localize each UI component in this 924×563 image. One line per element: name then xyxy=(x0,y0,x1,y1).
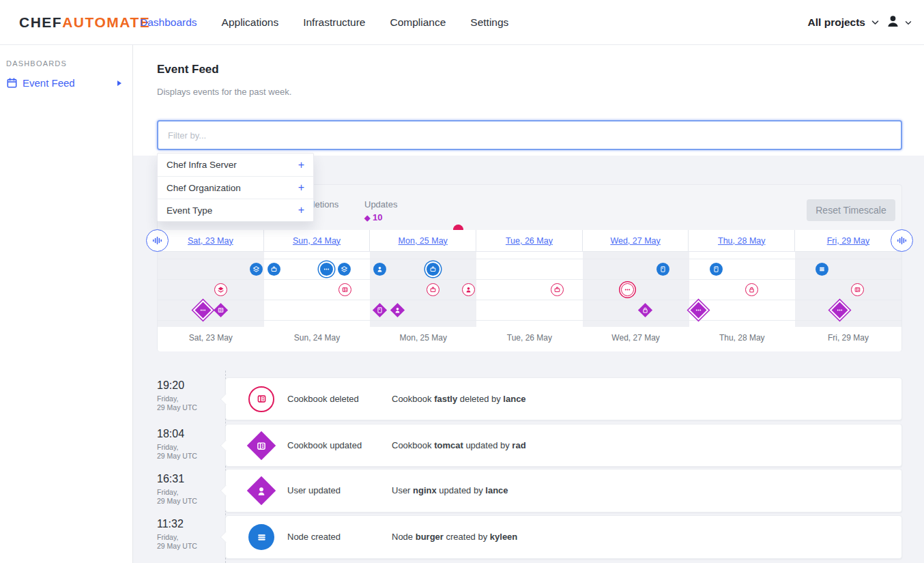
list-marker-creation[interactable] xyxy=(815,263,828,276)
ellipsis-marker-creation[interactable] xyxy=(320,263,333,276)
event-type-label: User updated xyxy=(287,485,341,495)
person-marker-deletion[interactable] xyxy=(462,283,475,296)
event-card-user-updated: User updated User nginx updated by lance xyxy=(225,469,902,513)
gridline xyxy=(158,300,901,300)
primary-nav: Dashboards Applications Infrastructure C… xyxy=(140,0,508,45)
event-description: Cookbook tomcat updated by rad xyxy=(392,440,526,450)
briefcase-marker-creation[interactable] xyxy=(268,263,280,276)
plus-icon[interactable]: + xyxy=(298,159,304,171)
timeline-axis-label: Sat, 23 May xyxy=(158,327,264,351)
nav-compliance[interactable]: Compliance xyxy=(390,16,446,29)
person-marker-creation[interactable] xyxy=(373,263,386,276)
dropdown-item-chef-organization[interactable]: Chef Organization + xyxy=(158,176,313,199)
updates-count: 10 xyxy=(373,212,382,222)
sidebar-heading: DASHBOARDS xyxy=(6,59,67,68)
timeline-axis-label: Fri, 29 May xyxy=(795,327,901,351)
dropdown-item-event-type[interactable]: Event Type + xyxy=(158,199,313,221)
projects-filter-label: All projects xyxy=(808,16,865,29)
event-description: User nginx updated by lance xyxy=(392,485,508,495)
briefcase-marker-creation[interactable] xyxy=(427,263,439,276)
chevron-down-icon xyxy=(905,20,912,25)
sidebar: DASHBOARDS Event Feed xyxy=(0,45,133,563)
timeline-day-link[interactable]: Sat, 23 May xyxy=(188,236,233,246)
gridline xyxy=(158,279,901,280)
cookbook-icon xyxy=(247,431,276,459)
timeline-day-column xyxy=(264,252,371,327)
node-marker-creation[interactable] xyxy=(710,263,723,276)
equalizer-icon xyxy=(152,235,162,246)
user-avatar-icon xyxy=(886,14,900,31)
cookbook-icon xyxy=(248,386,274,412)
logo-automate: AUTOMATE xyxy=(62,14,150,30)
timeline-day-link[interactable]: Wed, 27 May xyxy=(610,236,660,246)
diamond-marker-icon: ◆ xyxy=(364,214,370,222)
event-card-cookbook-deleted: Cookbook deleted Cookbook fastly deleted… xyxy=(225,377,902,420)
briefcase-marker-deletion[interactable] xyxy=(427,283,439,296)
node-list-icon xyxy=(248,524,274,550)
layers-marker-creation[interactable] xyxy=(338,263,351,276)
event-timestamp: 19:20 Friday,29 May UTC xyxy=(157,379,222,412)
user-menu[interactable] xyxy=(886,14,912,31)
timeline-header-cell: Tue, 26 May xyxy=(476,230,583,251)
cookbook-marker-deletion[interactable] xyxy=(851,283,864,296)
event-type-label: Cookbook deleted xyxy=(287,394,359,404)
node-marker-creation[interactable] xyxy=(656,263,669,276)
equalizer-icon xyxy=(897,235,907,246)
cookbook-marker-deletion[interactable] xyxy=(338,283,351,296)
event-timestamp: 18:04 Friday,29 May UTC xyxy=(157,428,222,461)
chevron-right-icon xyxy=(117,81,121,86)
event-feed-page: CHEFAUTOMATE Dashboards Applications Inf… xyxy=(0,0,924,563)
timeline-day-link[interactable]: Mon, 25 May xyxy=(399,236,448,246)
event-description: Cookbook fastly deleted by lance xyxy=(392,394,526,404)
timeline-axis-label: Tue, 26 May xyxy=(476,327,583,351)
timeline-axis-label: Thu, 28 May xyxy=(689,327,795,351)
timeline-axis-label: Mon, 25 May xyxy=(370,327,476,351)
timeline-header-cell: Fri, 29 May xyxy=(795,230,901,251)
timeline-day-link[interactable]: Fri, 29 May xyxy=(827,236,870,246)
briefcase-marker-deletion[interactable] xyxy=(551,283,564,296)
nav-dashboards[interactable]: Dashboards xyxy=(140,16,197,29)
timeline-day-link[interactable]: Tue, 26 May xyxy=(506,236,553,246)
reset-timescale-button[interactable]: Reset Timescale xyxy=(807,199,895,221)
nav-settings[interactable]: Settings xyxy=(470,16,508,29)
timeline-day-link[interactable]: Sun, 24 May xyxy=(293,236,341,246)
event-type-label: Node created xyxy=(287,532,341,542)
event-card-node-created: Node created Node burger created by kyle… xyxy=(225,515,902,559)
legend-updates: Updates ◆ 10 xyxy=(364,199,397,222)
layers-marker-creation[interactable] xyxy=(250,263,263,276)
timeline-day-column xyxy=(689,252,796,327)
timeline-day-column xyxy=(583,252,689,327)
gridline xyxy=(158,259,901,259)
lock-marker-deletion[interactable] xyxy=(745,283,758,296)
timeline-day-column xyxy=(476,252,583,327)
nav-right-group: All projects xyxy=(808,0,912,45)
chef-automate-logo[interactable]: CHEFAUTOMATE xyxy=(19,14,150,31)
nav-infrastructure[interactable]: Infrastructure xyxy=(303,16,365,29)
logo-chef: CHEF xyxy=(19,14,62,30)
sidebar-item-label: Event Feed xyxy=(23,77,75,89)
plus-icon[interactable]: + xyxy=(298,204,304,216)
plus-icon[interactable]: + xyxy=(298,182,304,194)
event-card-cookbook-updated: Cookbook updated Cookbook tomcat updated… xyxy=(225,424,902,467)
ellipsis-marker-deletion[interactable] xyxy=(621,283,634,296)
nav-applications[interactable]: Applications xyxy=(222,16,279,29)
timeline-header-cell: Sat, 23 May xyxy=(158,230,264,251)
timeline-chart-body xyxy=(158,252,901,327)
timescale-handle-right[interactable] xyxy=(891,229,913,252)
filter-input[interactable] xyxy=(157,120,902,150)
stack-marker-deletion[interactable] xyxy=(214,283,227,296)
timeline-header-cell: Wed, 27 May xyxy=(583,230,689,251)
sidebar-item-event-feed[interactable]: Event Feed xyxy=(0,75,133,93)
timeline-day-link[interactable]: Thu, 28 May xyxy=(718,236,765,246)
timeline-header-cell: Thu, 28 May xyxy=(689,230,795,251)
timeline-day-column xyxy=(158,252,264,327)
timeline-day-header: Sat, 23 MaySun, 24 MayMon, 25 MayTue, 26… xyxy=(158,230,901,252)
top-nav: CHEFAUTOMATE Dashboards Applications Inf… xyxy=(0,0,924,45)
timeline-header-cell: Mon, 25 May xyxy=(370,230,476,251)
dropdown-item-chef-infra-server[interactable]: Chef Infra Server + xyxy=(158,154,313,176)
timeline-day-column xyxy=(370,252,476,327)
timescale-handle-left[interactable] xyxy=(146,229,169,252)
projects-filter-dropdown[interactable]: All projects xyxy=(808,16,879,29)
event-description: Node burger created by kyleen xyxy=(392,532,517,542)
event-timestamp: 11:32 Friday,29 May UTC xyxy=(157,518,222,551)
